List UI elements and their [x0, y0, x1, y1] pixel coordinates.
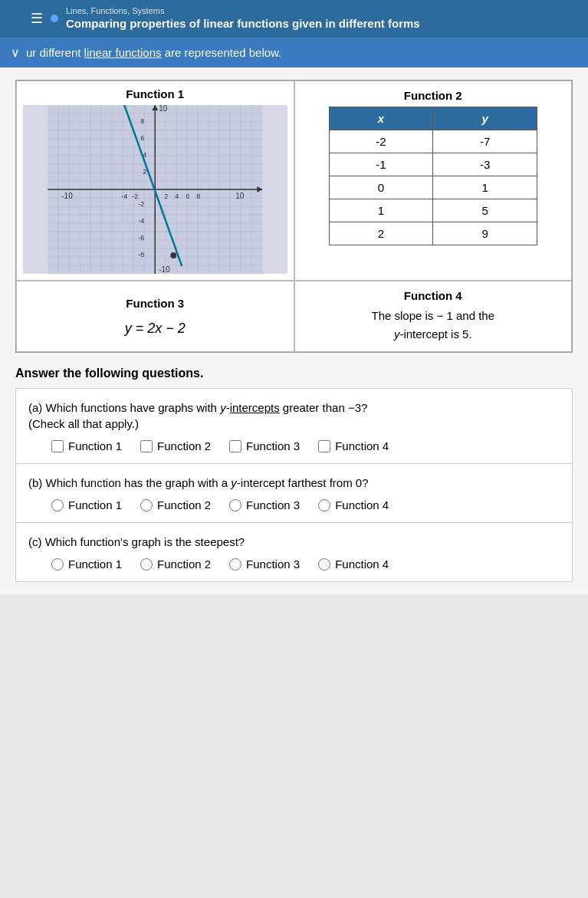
question-a-checkbox-2[interactable]: [140, 440, 153, 452]
question-c-options: Function 1 Function 2 Function 3 Functio…: [28, 558, 560, 571]
svg-point-62: [170, 252, 176, 258]
question-c-option-1[interactable]: Function 1: [51, 558, 122, 571]
topbar-text: ur different linear functions are repres…: [26, 46, 281, 59]
question-c-radio-4[interactable]: [318, 558, 330, 571]
question-a-option-2[interactable]: Function 2: [140, 439, 211, 452]
f2-cell: 5: [433, 199, 537, 222]
question-a-option-1[interactable]: Function 1: [51, 439, 122, 452]
svg-text:-10: -10: [159, 265, 170, 274]
svg-text:6: 6: [186, 192, 189, 200]
question-c-label-3: Function 3: [246, 558, 300, 571]
svg-text:2: 2: [164, 192, 168, 200]
function-1-title: Function 1: [23, 87, 287, 100]
f2-cell: 1: [329, 199, 433, 222]
f2-cell: 1: [433, 176, 537, 199]
header-title: Comparing properties of linear functions…: [66, 17, 420, 30]
function-4-description: The slope is − 1 and they-intercept is 5…: [371, 307, 494, 344]
f2-col-y: y: [433, 107, 537, 130]
function-3-cell: Function 3 y = 2x − 2: [16, 281, 294, 352]
answer-instruction: Answer the following questions.: [15, 367, 573, 380]
question-b-radio-1[interactable]: [51, 499, 64, 511]
question-a-block: (a) Which functions have graphs with y-i…: [16, 389, 572, 464]
function-grid: Function 1: [15, 80, 573, 353]
question-a-label-1: Function 1: [68, 439, 122, 452]
question-c-option-2[interactable]: Function 2: [140, 558, 211, 571]
question-b-option-2[interactable]: Function 2: [140, 498, 211, 511]
svg-text:-10: -10: [61, 192, 73, 200]
function-3-title: Function 3: [126, 297, 184, 310]
question-b-radio-3[interactable]: [229, 499, 241, 511]
svg-text:-6: -6: [138, 234, 144, 242]
chevron-down-icon[interactable]: ∨: [11, 45, 20, 60]
question-b-label-3: Function 3: [246, 498, 300, 511]
question-a-checkbox-3[interactable]: [229, 440, 241, 452]
f2-cell: -1: [329, 153, 433, 176]
svg-text:2: 2: [143, 168, 146, 176]
question-a-checkbox-4[interactable]: [318, 440, 330, 452]
f2-cell: -2: [329, 130, 433, 153]
question-a-label-2: Function 2: [157, 439, 211, 452]
function-2-table: x y -2-7-1-3011529: [329, 107, 537, 245]
question-b-option-4[interactable]: Function 4: [318, 498, 389, 511]
status-dot: [51, 15, 58, 22]
svg-text:-4: -4: [121, 192, 127, 200]
question-b-option-1[interactable]: Function 1: [51, 498, 122, 511]
function-2-title: Function 2: [303, 89, 564, 102]
question-b-label-1: Function 1: [68, 498, 122, 511]
svg-text:-2: -2: [138, 200, 144, 208]
question-b-radio-4[interactable]: [318, 499, 330, 511]
question-b-option-3[interactable]: Function 3: [229, 498, 300, 511]
f2-col-x: x: [329, 107, 433, 130]
question-c-label-4: Function 4: [335, 558, 389, 571]
question-a-checkbox-1[interactable]: [51, 440, 64, 452]
svg-text:-4: -4: [138, 217, 144, 225]
f2-cell: 0: [329, 176, 433, 199]
question-b-text: (b) Which function has the graph with a …: [28, 475, 560, 491]
svg-text:8: 8: [140, 117, 144, 125]
question-b-options: Function 1 Function 2 Function 3 Functio…: [28, 498, 560, 511]
question-a-option-4[interactable]: Function 4: [318, 439, 389, 452]
question-c-text: (c) Which function's graph is the steepe…: [28, 534, 560, 550]
question-c-radio-1[interactable]: [51, 558, 64, 571]
function-4-title: Function 4: [404, 289, 462, 302]
function-4-cell: Function 4 The slope is − 1 and they-int…: [294, 281, 573, 352]
function-3-equation: y = 2x − 2: [125, 321, 186, 337]
question-c-label-1: Function 1: [68, 558, 122, 571]
f2-cell: -3: [433, 153, 537, 176]
answer-section: (a) Which functions have graphs with y-i…: [15, 388, 573, 582]
svg-text:8: 8: [196, 192, 200, 200]
function-2-cell: Function 2 x y -2-7-1-3011529: [294, 81, 573, 281]
function-1-svg: 10 10 -10 -10 -4 -2 2 4 6 8 2 4 6 8: [23, 105, 287, 274]
question-c-block: (c) Which function's graph is the steepe…: [16, 523, 572, 581]
svg-text:6: 6: [140, 134, 144, 142]
question-b-label-4: Function 4: [335, 498, 389, 511]
topbar: ∨ ur different linear functions are repr…: [0, 38, 588, 67]
menu-icon[interactable]: ☰: [31, 10, 43, 27]
svg-text:10: 10: [159, 105, 168, 113]
function-1-cell: Function 1: [16, 81, 294, 281]
question-b-label-2: Function 2: [157, 498, 211, 511]
f2-cell: 9: [433, 222, 537, 245]
svg-text:4: 4: [175, 192, 179, 200]
svg-text:-2: -2: [132, 192, 138, 200]
question-c-label-2: Function 2: [157, 558, 211, 571]
question-a-option-3[interactable]: Function 3: [229, 439, 300, 452]
question-c-option-4[interactable]: Function 4: [318, 558, 389, 571]
f2-cell: -7: [433, 130, 537, 153]
svg-text:-8: -8: [138, 251, 144, 258]
question-c-option-3[interactable]: Function 3: [229, 558, 300, 571]
header: ☰ Lines, Functions, Systems Comparing pr…: [0, 0, 588, 38]
f2-cell: 2: [329, 222, 433, 245]
question-c-radio-2[interactable]: [140, 558, 153, 571]
question-a-text: (a) Which functions have graphs with y-i…: [28, 400, 560, 432]
header-subtitle: Lines, Functions, Systems: [66, 6, 420, 15]
svg-text:10: 10: [235, 192, 245, 200]
question-c-radio-3[interactable]: [229, 558, 241, 571]
question-a-label-3: Function 3: [246, 439, 300, 452]
main-content: Function 1: [0, 67, 588, 594]
question-b-block: (b) Which function has the graph with a …: [16, 464, 572, 523]
question-b-radio-2[interactable]: [140, 499, 153, 511]
function-1-graph: 10 10 -10 -10 -4 -2 2 4 6 8 2 4 6 8: [23, 105, 287, 274]
question-a-options: Function 1 Function 2 Function 3 Functio…: [28, 439, 560, 452]
question-a-label-4: Function 4: [335, 439, 389, 452]
